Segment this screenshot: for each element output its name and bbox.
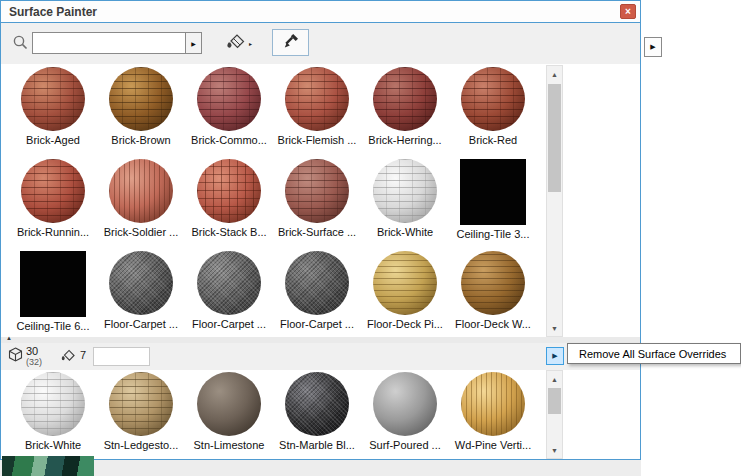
close-button[interactable]: × — [620, 4, 636, 19]
menu-item-remove-all-surface-overrides[interactable]: Remove All Surface Overrides — [568, 348, 726, 360]
scrollbar-thumb[interactable] — [548, 388, 561, 414]
material-thumbnail — [373, 67, 437, 131]
material-item[interactable]: Brick-Stack B... — [185, 159, 273, 245]
material-thumbnail — [285, 159, 349, 223]
material-item[interactable]: Ceiling-Tile 3... — [449, 159, 537, 245]
surfaces-count-block: 30 (32) — [26, 346, 42, 367]
material-thumbnail — [373, 251, 437, 315]
material-item[interactable]: Brick-Soldier ... — [97, 159, 185, 245]
material-thumbnail — [461, 251, 525, 315]
material-thumbnail — [460, 159, 526, 225]
material-item[interactable]: Wd-Pine Verti... — [449, 372, 537, 458]
material-label: Brick-Soldier ... — [104, 226, 179, 238]
search-input[interactable] — [32, 32, 186, 54]
material-label: Brick-Stack B... — [191, 226, 266, 238]
material-item[interactable]: Stn-Ledgesto... — [97, 372, 185, 458]
material-item[interactable]: Brick-Runnin... — [9, 159, 97, 245]
material-label: Brick-Aged — [26, 134, 80, 146]
material-thumbnail — [197, 372, 261, 436]
material-thumbnail — [461, 372, 525, 436]
material-thumbnail — [21, 372, 85, 436]
paint-bucket-icon — [224, 32, 246, 55]
overrides-grid: Brick-WhiteStn-Ledgesto...Stn-LimestoneS… — [9, 372, 537, 458]
material-item[interactable]: Brick-Brown — [97, 67, 185, 153]
overrides-count: 7 — [80, 349, 86, 361]
catalog-scrollbar[interactable]: ▲ ▼ — [546, 65, 563, 337]
material-item[interactable]: Brick-Flemish ... — [273, 67, 361, 153]
status-bar: 30 (32) 7 ▶ — [1, 343, 640, 370]
material-label: Brick-Red — [469, 134, 517, 146]
material-item[interactable]: Ceiling-Tile 6... — [9, 251, 97, 337]
material-thumbnail — [285, 372, 349, 436]
window-title: Surface Painter — [9, 5, 620, 19]
material-item[interactable]: Brick-Aged — [9, 67, 97, 153]
material-thumbnail — [197, 67, 261, 131]
material-thumbnail — [21, 67, 85, 131]
material-thumbnail — [109, 159, 173, 223]
panel-flyout-button[interactable]: ▶ — [644, 37, 662, 57]
material-label: Brick-Flemish ... — [278, 134, 357, 146]
material-thumbnail — [197, 159, 261, 223]
flyout-menu: Remove All Surface Overrides — [567, 343, 741, 364]
material-label: Surf-Poured ... — [369, 439, 441, 451]
catalog-grid: Brick-AgedBrick-BrownBrick-Commo...Brick… — [9, 67, 537, 337]
material-item[interactable]: Stn-Marble Bl... — [273, 372, 361, 458]
material-item[interactable]: Surf-Poured ... — [361, 372, 449, 458]
titlebar[interactable]: Surface Painter × — [1, 1, 640, 23]
material-item[interactable]: Floor-Deck W... — [449, 251, 537, 337]
material-label: Ceiling-Tile 6... — [17, 320, 90, 332]
status-field[interactable] — [93, 347, 150, 366]
material-label: Brick-White — [377, 226, 433, 238]
material-item[interactable]: Floor-Carpet ... — [97, 251, 185, 337]
surfaces-count: 30 — [26, 346, 42, 356]
material-thumbnail — [285, 251, 349, 315]
scroll-up-button[interactable]: ▲ — [547, 66, 562, 82]
material-label: Stn-Limestone — [194, 439, 265, 451]
splitter-grip-icon: ▲ — [6, 335, 12, 341]
paint-bucket-small-icon — [59, 348, 76, 367]
material-label: Floor-Carpet ... — [280, 318, 354, 330]
overrides-scrollbar[interactable]: ▲ ▼ — [546, 370, 563, 459]
scroll-down-button[interactable]: ▼ — [547, 442, 562, 458]
material-label: Floor-Carpet ... — [192, 318, 266, 330]
material-item[interactable]: Brick-Surface ... — [273, 159, 361, 245]
material-label: Floor-Deck Pi... — [367, 318, 443, 330]
material-item[interactable]: Stn-Limestone — [185, 372, 273, 458]
surface-painter-window: Surface Painter × ▶ ▸ — [0, 0, 641, 460]
material-thumbnail — [109, 372, 173, 436]
eyedropper-button[interactable] — [272, 29, 309, 56]
material-item[interactable]: Floor-Carpet ... — [185, 251, 273, 337]
material-label: Brick-Runnin... — [17, 226, 89, 238]
material-label: Brick-Commo... — [191, 134, 267, 146]
scroll-up-button[interactable]: ▲ — [547, 371, 562, 387]
scroll-down-button[interactable]: ▼ — [547, 320, 562, 336]
background-strip — [0, 460, 641, 476]
material-item[interactable]: Brick-Commo... — [185, 67, 273, 153]
material-thumbnail — [20, 251, 86, 317]
material-item[interactable]: Brick-Herring... — [361, 67, 449, 153]
material-item[interactable]: Floor-Deck Pi... — [361, 251, 449, 337]
material-thumbnail — [21, 159, 85, 223]
eyedropper-icon — [282, 32, 300, 54]
search-dropdown-button[interactable]: ▶ — [185, 32, 202, 54]
material-thumbnail — [197, 251, 261, 315]
paint-bucket-button[interactable]: ▸ — [215, 30, 261, 56]
toolbar: ▶ ▸ — [1, 23, 640, 64]
material-label: Wd-Pine Verti... — [455, 439, 531, 451]
search-icon — [12, 34, 29, 55]
material-label: Stn-Marble Bl... — [279, 439, 355, 451]
material-label: Floor-Deck W... — [455, 318, 531, 330]
material-item[interactable]: Floor-Carpet ... — [273, 251, 361, 337]
material-label: Brick-Surface ... — [278, 226, 356, 238]
material-label: Ceiling-Tile 3... — [457, 228, 530, 240]
overrides-flyout-button[interactable]: ▶ — [546, 347, 564, 365]
material-label: Stn-Ledgesto... — [104, 439, 179, 451]
background-window-fragment — [2, 456, 94, 476]
material-item[interactable]: Brick-White — [9, 372, 97, 458]
material-label: Brick-Brown — [111, 134, 170, 146]
material-thumbnail — [285, 67, 349, 131]
scrollbar-thumb[interactable] — [548, 84, 561, 192]
material-thumbnail — [373, 372, 437, 436]
material-item[interactable]: Brick-Red — [449, 67, 537, 153]
material-item[interactable]: Brick-White — [361, 159, 449, 245]
